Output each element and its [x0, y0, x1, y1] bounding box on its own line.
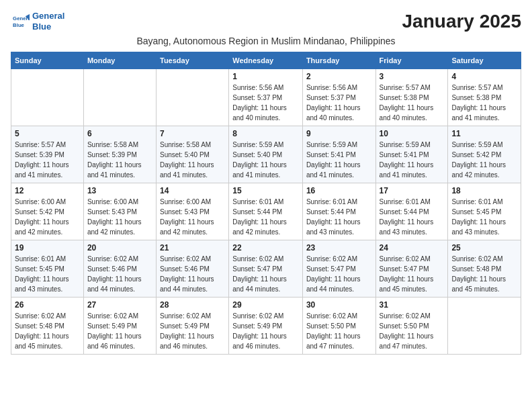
calendar-table: SundayMondayTuesdayWednesdayThursdayFrid… [11, 52, 521, 355]
weekday-header-thursday: Thursday [302, 52, 375, 69]
day-number: 4 [451, 72, 517, 81]
day-info: Sunrise: 6:01 AM Sunset: 5:44 PM Dayligh… [306, 197, 372, 237]
day-info: Sunrise: 5:56 AM Sunset: 5:37 PM Dayligh… [232, 83, 299, 123]
day-info: Sunrise: 5:59 AM Sunset: 5:40 PM Dayligh… [232, 140, 299, 180]
day-number: 22 [232, 243, 299, 253]
calendar-cell: 21Sunrise: 6:02 AM Sunset: 5:46 PM Dayli… [156, 240, 228, 298]
day-info: Sunrise: 6:00 AM Sunset: 5:43 PM Dayligh… [160, 197, 225, 237]
day-info: Sunrise: 6:02 AM Sunset: 5:47 PM Dayligh… [306, 254, 372, 294]
day-number: 2 [306, 72, 372, 81]
day-number: 29 [232, 300, 299, 310]
calendar-cell: 10Sunrise: 5:59 AM Sunset: 5:41 PM Dayli… [375, 126, 448, 183]
logo: General Blue General Blue [11, 11, 64, 32]
day-number: 14 [160, 186, 225, 195]
day-info: Sunrise: 6:00 AM Sunset: 5:42 PM Dayligh… [15, 197, 80, 237]
day-info: Sunrise: 5:56 AM Sunset: 5:37 PM Dayligh… [306, 83, 372, 123]
calendar-cell: 13Sunrise: 6:00 AM Sunset: 5:43 PM Dayli… [83, 183, 156, 240]
day-number: 15 [232, 186, 299, 195]
calendar-cell [448, 298, 521, 355]
calendar-cell: 4Sunrise: 5:57 AM Sunset: 5:38 PM Daylig… [448, 69, 521, 126]
logo-blue: Blue [32, 21, 64, 32]
day-number: 10 [380, 129, 445, 138]
calendar-cell: 12Sunrise: 6:00 AM Sunset: 5:42 PM Dayli… [11, 183, 84, 240]
day-info: Sunrise: 6:02 AM Sunset: 5:50 PM Dayligh… [380, 311, 445, 351]
calendar-cell: 26Sunrise: 6:02 AM Sunset: 5:48 PM Dayli… [11, 298, 84, 355]
day-number: 1 [232, 72, 299, 81]
day-info: Sunrise: 5:59 AM Sunset: 5:42 PM Dayligh… [451, 140, 517, 180]
day-info: Sunrise: 6:01 AM Sunset: 5:44 PM Dayligh… [232, 197, 299, 237]
day-info: Sunrise: 5:57 AM Sunset: 5:38 PM Dayligh… [451, 83, 517, 123]
day-number: 3 [380, 72, 445, 81]
day-number: 7 [160, 129, 225, 138]
calendar-cell: 16Sunrise: 6:01 AM Sunset: 5:44 PM Dayli… [302, 183, 375, 240]
day-number: 23 [306, 243, 372, 253]
day-info: Sunrise: 6:02 AM Sunset: 5:46 PM Dayligh… [87, 254, 152, 294]
day-number: 9 [306, 129, 372, 138]
day-number: 21 [160, 243, 225, 253]
day-number: 18 [451, 186, 517, 195]
logo-general: General [32, 11, 64, 21]
day-number: 26 [15, 300, 80, 310]
day-info: Sunrise: 6:01 AM Sunset: 5:45 PM Dayligh… [451, 197, 517, 237]
day-number: 25 [451, 243, 517, 253]
calendar-cell: 3Sunrise: 5:57 AM Sunset: 5:38 PM Daylig… [375, 69, 448, 126]
calendar-cell: 17Sunrise: 6:01 AM Sunset: 5:44 PM Dayli… [375, 183, 448, 240]
day-info: Sunrise: 6:02 AM Sunset: 5:48 PM Dayligh… [451, 254, 517, 294]
weekday-header-friday: Friday [375, 52, 448, 69]
day-info: Sunrise: 6:01 AM Sunset: 5:45 PM Dayligh… [15, 254, 80, 294]
calendar-cell: 27Sunrise: 6:02 AM Sunset: 5:49 PM Dayli… [83, 298, 156, 355]
day-info: Sunrise: 5:59 AM Sunset: 5:41 PM Dayligh… [380, 140, 445, 180]
day-info: Sunrise: 6:00 AM Sunset: 5:43 PM Dayligh… [87, 197, 152, 237]
calendar-cell: 9Sunrise: 5:59 AM Sunset: 5:41 PM Daylig… [302, 126, 375, 183]
day-number: 19 [15, 243, 80, 253]
day-info: Sunrise: 5:58 AM Sunset: 5:40 PM Dayligh… [160, 140, 225, 180]
weekday-header-saturday: Saturday [448, 52, 521, 69]
logo-icon: General Blue [11, 12, 30, 31]
calendar-cell: 28Sunrise: 6:02 AM Sunset: 5:49 PM Dayli… [156, 298, 228, 355]
day-number: 5 [15, 129, 80, 138]
location-title: Bayang, Autonomous Region in Muslim Mind… [11, 36, 521, 46]
day-info: Sunrise: 5:58 AM Sunset: 5:39 PM Dayligh… [87, 140, 152, 180]
calendar-cell: 30Sunrise: 6:02 AM Sunset: 5:50 PM Dayli… [302, 298, 375, 355]
month-title: January 2025 [402, 11, 521, 32]
day-number: 17 [380, 186, 445, 195]
day-number: 31 [380, 300, 445, 310]
calendar-cell: 6Sunrise: 5:58 AM Sunset: 5:39 PM Daylig… [83, 126, 156, 183]
calendar-cell: 8Sunrise: 5:59 AM Sunset: 5:40 PM Daylig… [229, 126, 303, 183]
weekday-header-monday: Monday [83, 52, 156, 69]
weekday-header-sunday: Sunday [11, 52, 84, 69]
day-info: Sunrise: 6:02 AM Sunset: 5:48 PM Dayligh… [15, 311, 80, 351]
day-info: Sunrise: 6:01 AM Sunset: 5:44 PM Dayligh… [380, 197, 445, 237]
calendar-cell: 5Sunrise: 5:57 AM Sunset: 5:39 PM Daylig… [11, 126, 84, 183]
day-number: 27 [87, 300, 152, 310]
calendar-cell: 18Sunrise: 6:01 AM Sunset: 5:45 PM Dayli… [448, 183, 521, 240]
calendar-cell: 24Sunrise: 6:02 AM Sunset: 5:47 PM Dayli… [375, 240, 448, 298]
calendar-cell: 14Sunrise: 6:00 AM Sunset: 5:43 PM Dayli… [156, 183, 228, 240]
day-info: Sunrise: 6:02 AM Sunset: 5:49 PM Dayligh… [87, 311, 152, 351]
calendar-cell: 1Sunrise: 5:56 AM Sunset: 5:37 PM Daylig… [229, 69, 303, 126]
calendar-cell: 15Sunrise: 6:01 AM Sunset: 5:44 PM Dayli… [229, 183, 303, 240]
calendar-cell: 19Sunrise: 6:01 AM Sunset: 5:45 PM Dayli… [11, 240, 84, 298]
calendar-cell [83, 69, 156, 126]
calendar-cell: 23Sunrise: 6:02 AM Sunset: 5:47 PM Dayli… [302, 240, 375, 298]
day-number: 24 [380, 243, 445, 253]
day-info: Sunrise: 6:02 AM Sunset: 5:46 PM Dayligh… [160, 254, 225, 294]
day-info: Sunrise: 5:57 AM Sunset: 5:38 PM Dayligh… [380, 83, 445, 123]
day-info: Sunrise: 6:02 AM Sunset: 5:50 PM Dayligh… [306, 311, 372, 351]
calendar-cell: 11Sunrise: 5:59 AM Sunset: 5:42 PM Dayli… [448, 126, 521, 183]
day-number: 20 [87, 243, 152, 253]
calendar-cell: 22Sunrise: 6:02 AM Sunset: 5:47 PM Dayli… [229, 240, 303, 298]
day-number: 13 [87, 186, 152, 195]
day-info: Sunrise: 6:02 AM Sunset: 5:49 PM Dayligh… [232, 311, 299, 351]
day-info: Sunrise: 6:02 AM Sunset: 5:47 PM Dayligh… [380, 254, 445, 294]
day-info: Sunrise: 6:02 AM Sunset: 5:47 PM Dayligh… [232, 254, 299, 294]
calendar-cell: 20Sunrise: 6:02 AM Sunset: 5:46 PM Dayli… [83, 240, 156, 298]
weekday-header-tuesday: Tuesday [156, 52, 228, 69]
calendar-cell: 7Sunrise: 5:58 AM Sunset: 5:40 PM Daylig… [156, 126, 228, 183]
calendar-cell [11, 69, 84, 126]
svg-text:Blue: Blue [13, 21, 25, 28]
calendar-cell: 31Sunrise: 6:02 AM Sunset: 5:50 PM Dayli… [375, 298, 448, 355]
day-number: 12 [15, 186, 80, 195]
day-number: 8 [232, 129, 299, 138]
day-info: Sunrise: 5:59 AM Sunset: 5:41 PM Dayligh… [306, 140, 372, 180]
